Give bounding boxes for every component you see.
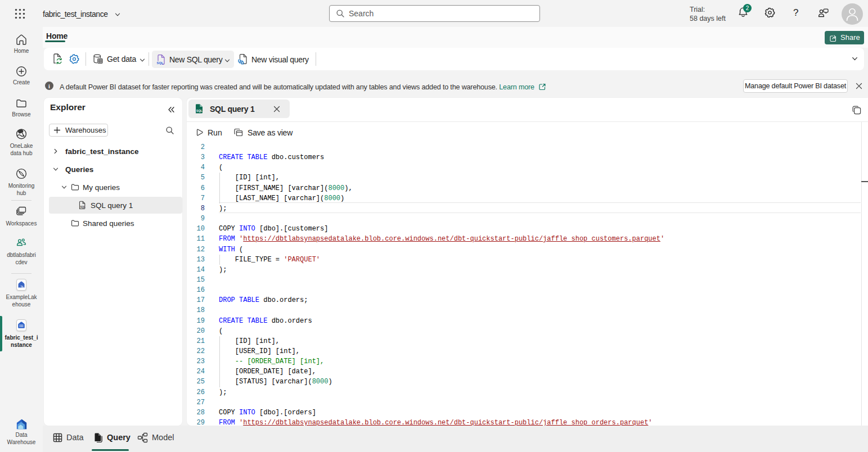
- svg-text:SQL: SQL: [157, 61, 164, 65]
- svg-text:SQL: SQL: [196, 109, 203, 112]
- svg-text:SQL: SQL: [80, 206, 86, 209]
